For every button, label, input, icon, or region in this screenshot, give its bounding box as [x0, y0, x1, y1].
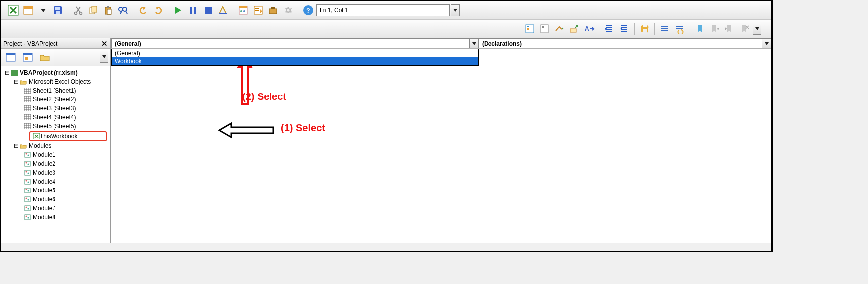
svg-rect-49: [24, 123, 31, 129]
excel-icon[interactable]: [6, 3, 20, 17]
paste-icon[interactable]: [101, 3, 115, 17]
module-icon: [23, 214, 31, 221]
workbook-icon: [33, 133, 40, 139]
svg-text:A: A: [585, 25, 589, 32]
combo-option-general[interactable]: (General): [112, 49, 478, 57]
annotation-arrow-left: [217, 120, 276, 140]
svg-rect-16: [194, 7, 196, 14]
module-icon: [23, 187, 31, 194]
tree-sheet[interactable]: Sheet2 (Sheet2): [2, 95, 109, 104]
find-icon[interactable]: [116, 3, 130, 17]
folder-icon: [19, 142, 27, 149]
save-icon[interactable]: [51, 3, 65, 17]
module-icon: [23, 196, 31, 203]
chevron-down-icon[interactable]: [469, 39, 478, 48]
vba-project-icon: [10, 69, 18, 76]
combo-option-workbook[interactable]: Workbook: [112, 57, 478, 65]
svg-rect-42: [23, 53, 32, 55]
svg-point-22: [243, 10, 245, 12]
toolbar2-dropdown-icon[interactable]: [753, 23, 761, 35]
svg-rect-5: [56, 11, 60, 14]
svg-rect-20: [239, 6, 247, 8]
list-props-icon[interactable]: [523, 22, 537, 36]
tree-module[interactable]: Module1: [2, 150, 109, 159]
tree-module[interactable]: Module6: [2, 195, 109, 204]
svg-point-67: [25, 198, 27, 199]
run-icon[interactable]: [171, 3, 185, 17]
close-icon[interactable]: ✕: [100, 39, 108, 48]
svg-rect-2: [24, 6, 33, 9]
view-window-icon[interactable]: [21, 3, 35, 17]
list-constants-icon[interactable]: [538, 22, 551, 36]
annotation-select-1: (1) Select: [281, 122, 325, 134]
svg-point-62: [27, 182, 29, 183]
uncomment-icon[interactable]: [673, 22, 687, 36]
svg-point-64: [25, 189, 27, 190]
svg-rect-46: [24, 96, 31, 102]
bookmark-toggle-icon[interactable]: [693, 22, 707, 36]
design-mode-icon[interactable]: [216, 3, 230, 17]
svg-rect-47: [24, 105, 31, 111]
svg-point-68: [27, 199, 29, 201]
svg-rect-43: [25, 57, 28, 60]
svg-rect-69: [25, 206, 30, 211]
toolbar-secondary: A: [1, 20, 771, 38]
cursor-dropdown-icon[interactable]: [451, 4, 460, 16]
pause-icon[interactable]: [186, 3, 200, 17]
complete-word-icon[interactable]: A: [582, 22, 596, 36]
tree-thisworkbook[interactable]: ThisWorkbook: [29, 131, 107, 141]
procedure-combo[interactable]: (Declarations): [479, 38, 771, 48]
redo-icon[interactable]: [151, 3, 165, 17]
stop-icon[interactable]: [201, 3, 215, 17]
svg-rect-27: [271, 7, 275, 9]
dropdown-icon[interactable]: [36, 3, 50, 17]
properties-window-icon[interactable]: [251, 3, 265, 17]
sheet-icon: [23, 96, 31, 103]
svg-rect-44: [11, 70, 18, 76]
copy-icon[interactable]: [86, 3, 100, 17]
toolbox-icon[interactable]: [266, 3, 280, 17]
quick-info-icon[interactable]: [552, 22, 566, 36]
tree-root[interactable]: ⊟ VBAProject (rr.xlsm): [2, 68, 109, 77]
svg-rect-63: [25, 188, 30, 193]
tree-sheet[interactable]: Sheet1 (Sheet1): [2, 86, 109, 95]
svg-rect-33: [527, 28, 529, 30]
tree-folder-modules[interactable]: ⊟ Modules: [2, 142, 109, 150]
sheet-icon: [23, 87, 31, 94]
annotation-select-2: (2) Select: [242, 91, 286, 102]
object-combo-dropdown[interactable]: (General) Workbook: [111, 49, 479, 66]
cut-icon[interactable]: [71, 3, 85, 17]
tree-module[interactable]: Module2: [2, 159, 109, 168]
tree-module[interactable]: Module7: [2, 204, 109, 213]
svg-point-14: [123, 7, 127, 11]
svg-rect-57: [25, 170, 30, 175]
tree-module[interactable]: Module5: [2, 186, 109, 195]
outdent-icon[interactable]: [617, 22, 631, 36]
tree-sheet[interactable]: Sheet5 (Sheet5): [2, 122, 109, 131]
project-tree[interactable]: ⊟ VBAProject (rr.xlsm) ⊟ Microsoft Excel…: [1, 66, 110, 243]
tree-folder-excel-objects[interactable]: ⊟ Microsoft Excel Objects: [2, 77, 109, 86]
folder-icon[interactable]: [37, 51, 52, 64]
chevron-down-icon[interactable]: [762, 39, 771, 48]
svg-point-71: [27, 208, 29, 210]
indent-icon[interactable]: [602, 22, 616, 36]
project-explorer-icon[interactable]: [236, 3, 250, 17]
tree-module[interactable]: Module8: [2, 213, 109, 222]
tree-sheet[interactable]: Sheet4 (Sheet4): [2, 113, 109, 122]
module-icon: [23, 178, 31, 185]
tree-module[interactable]: Module3: [2, 168, 109, 177]
bookmark-prev-icon: [723, 22, 737, 36]
help-icon[interactable]: ?: [301, 3, 315, 17]
module-icon: [23, 169, 31, 176]
view-object-icon[interactable]: [20, 51, 35, 64]
code-pane: (General) (Declarations) (General) Workb…: [111, 38, 771, 243]
tree-module[interactable]: Module4: [2, 177, 109, 186]
view-code-icon[interactable]: [3, 51, 18, 64]
tree-sheet[interactable]: Sheet3 (Sheet3): [2, 104, 109, 113]
panel-dropdown-icon[interactable]: [100, 51, 108, 63]
comment-icon[interactable]: [658, 22, 672, 36]
parameter-icon[interactable]: [567, 22, 581, 36]
object-combo[interactable]: (General): [111, 38, 479, 48]
breakpoint-icon[interactable]: [638, 22, 651, 36]
undo-icon[interactable]: [136, 3, 150, 17]
